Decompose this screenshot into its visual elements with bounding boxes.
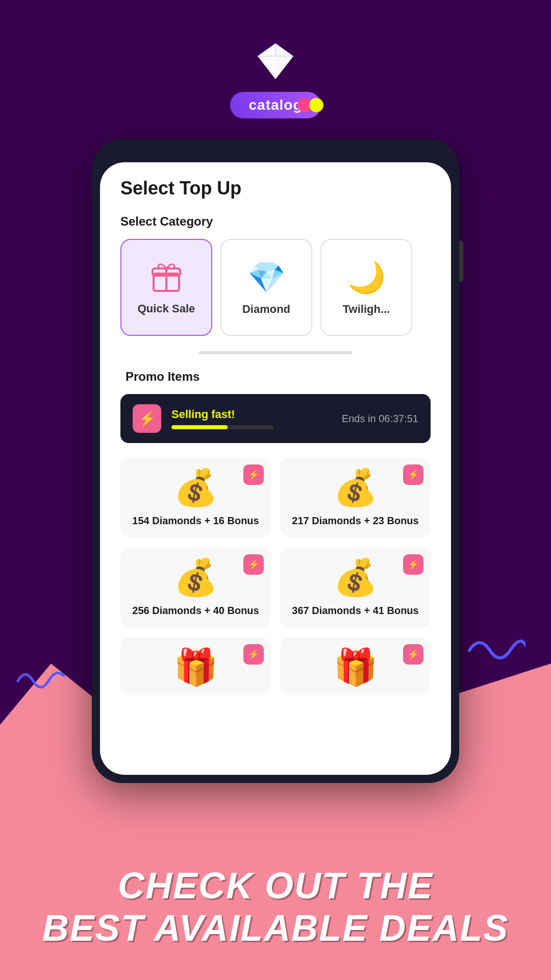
headline-line1: CHECK OUT THE bbox=[20, 865, 531, 907]
phone-mockup: Select Top Up Select Category Quick Sale bbox=[92, 139, 459, 783]
bottom-text: CHECK OUT THE BEST AVAILABLE DEALS bbox=[0, 865, 551, 949]
item-card-4[interactable]: ⚡ 💰 367 Diamonds + 41 Bonus bbox=[280, 547, 431, 628]
item-label-1: 154 Diamonds + 16 Bonus bbox=[132, 513, 259, 528]
item-badge-5: ⚡ bbox=[243, 644, 264, 665]
item-label-2: 217 Diamonds + 23 Bonus bbox=[292, 513, 418, 528]
twilight-icon: 🌙 bbox=[347, 259, 386, 296]
catalog-dot-yellow bbox=[309, 98, 323, 112]
svg-marker-2 bbox=[258, 43, 276, 56]
header-section: catalog bbox=[230, 0, 320, 118]
diamond-pile-icon: 💎 bbox=[247, 259, 286, 296]
squiggle-left-icon bbox=[15, 666, 66, 696]
catalog-badge[interactable]: catalog bbox=[230, 92, 320, 118]
item-icon-1: 💰 bbox=[173, 470, 218, 505]
category-card-twilight[interactable]: 🌙 Twiligh... bbox=[320, 239, 412, 336]
diamond-logo-icon bbox=[250, 41, 301, 82]
category-card-diamond[interactable]: 💎 Diamond bbox=[220, 239, 312, 336]
category-label-diamond: Diamond bbox=[242, 303, 290, 316]
squiggle-right-icon bbox=[464, 630, 525, 671]
promo-banner: ⚡ Selling fast! Ends in 06:37:51 bbox=[120, 394, 431, 443]
promo-progress-fill bbox=[171, 425, 228, 429]
promo-selling-text: Selling fast! bbox=[171, 408, 332, 421]
item-badge-4: ⚡ bbox=[403, 554, 423, 575]
promo-lightning-icon: ⚡ bbox=[133, 404, 161, 433]
promo-timer: Ends in 06:37:51 bbox=[342, 413, 418, 425]
category-card-quick-sale[interactable]: Quick Sale bbox=[120, 239, 212, 336]
item-card-3[interactable]: ⚡ 💰 256 Diamonds + 40 Bonus bbox=[120, 547, 271, 628]
page-title: Select Top Up bbox=[115, 178, 436, 199]
item-icon-3: 💰 bbox=[173, 559, 218, 595]
phone-side-button bbox=[459, 241, 463, 282]
promo-info: Selling fast! bbox=[171, 408, 332, 429]
items-grid: ⚡ 💰 154 Diamonds + 16 Bonus ⚡ 💰 217 Diam… bbox=[120, 457, 431, 695]
item-icon-2: 💰 bbox=[333, 470, 378, 505]
item-card-6[interactable]: ⚡ 🎁 bbox=[280, 637, 431, 695]
item-card-1[interactable]: ⚡ 💰 154 Diamonds + 16 Bonus bbox=[120, 457, 271, 538]
item-badge-1: ⚡ bbox=[243, 464, 264, 485]
item-icon-6: 🎁 bbox=[333, 649, 378, 685]
promo-section-label: Promo Items bbox=[120, 370, 431, 384]
scroll-indicator bbox=[199, 351, 352, 354]
item-icon-4: 💰 bbox=[333, 559, 378, 595]
item-card-5[interactable]: ⚡ 🎁 bbox=[120, 637, 271, 695]
item-label-4: 367 Diamonds + 41 Bonus bbox=[292, 603, 418, 618]
svg-marker-1 bbox=[276, 43, 293, 56]
category-row: Quick Sale 💎 Diamond 🌙 Twiligh... bbox=[115, 239, 436, 336]
headline-line2: BEST AVAILABLE DEALS bbox=[20, 907, 531, 949]
category-label-quick-sale: Quick Sale bbox=[138, 302, 195, 315]
item-icon-5: 🎁 bbox=[173, 649, 218, 685]
promo-section: Promo Items ⚡ Selling fast! Ends in 06:3… bbox=[115, 370, 436, 695]
item-badge-3: ⚡ bbox=[243, 554, 264, 575]
catalog-label: catalog bbox=[248, 97, 302, 113]
item-label-3: 256 Diamonds + 40 Bonus bbox=[132, 603, 259, 618]
category-label-twilight: Twiligh... bbox=[343, 303, 390, 316]
svg-marker-4 bbox=[258, 56, 276, 79]
phone-screen: Select Top Up Select Category Quick Sale bbox=[100, 162, 451, 775]
item-card-2[interactable]: ⚡ 💰 217 Diamonds + 23 Bonus bbox=[280, 457, 431, 538]
item-badge-6: ⚡ bbox=[403, 644, 423, 665]
phone-notch bbox=[224, 147, 327, 162]
promo-progress-bar bbox=[171, 425, 273, 429]
svg-marker-3 bbox=[276, 56, 293, 79]
item-badge-2: ⚡ bbox=[403, 464, 423, 485]
category-section-label: Select Category bbox=[115, 214, 436, 229]
gift-icon bbox=[148, 259, 184, 295]
